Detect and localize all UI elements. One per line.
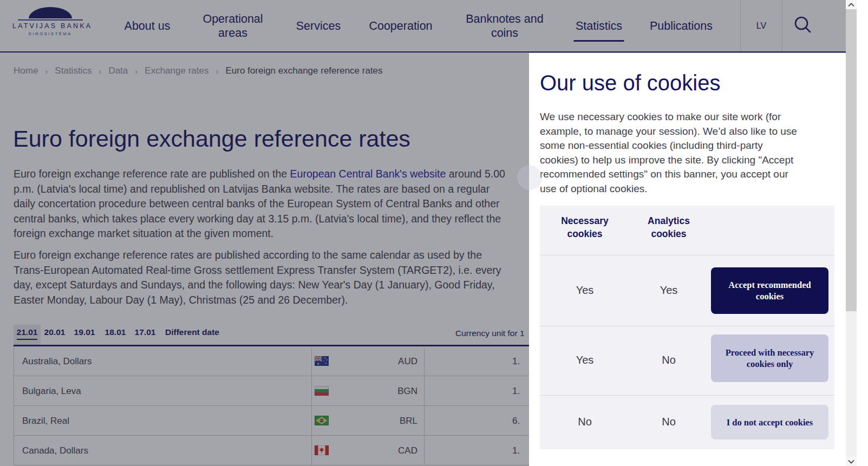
analytics-cookies-value: Yes <box>660 284 678 297</box>
analytics-cookies-value: No <box>662 416 676 428</box>
panel-separator <box>540 255 834 255</box>
analytics-cookies-value: No <box>662 354 676 366</box>
browser-viewport: LATVIJAS BANKA EIROSISTĒMA About usOpera… <box>0 0 868 466</box>
panel-separator <box>540 395 834 396</box>
scroll-up-button[interactable] <box>846 0 857 9</box>
scrollbar-thumb[interactable] <box>846 9 857 311</box>
necessary-cookies-header: Necessary cookies <box>550 214 620 240</box>
analytics-cookies-header: Analytics cookies <box>634 214 704 240</box>
accept-recommended-cookies-button[interactable]: Accept recommended cookies <box>711 267 828 314</box>
vertical-scrollbar[interactable] <box>846 0 857 466</box>
panel-separator <box>540 326 834 326</box>
necessary-cookies-value: Yes <box>576 284 594 297</box>
scroll-down-button[interactable] <box>846 457 857 466</box>
cookie-dialog-text: We use necessary cookies to make our sit… <box>540 110 801 196</box>
scroll-up-icon <box>848 3 854 7</box>
cookie-consent-dialog: Our use of cookies We use necessary cook… <box>529 53 846 466</box>
window-right-margin <box>857 0 868 466</box>
scroll-down-icon <box>848 460 854 464</box>
cookie-dialog-title: Our use of cookies <box>540 71 721 95</box>
proceed-with-necessary-cookies-only-button[interactable]: Proceed with necessary cookies only <box>711 334 828 382</box>
decorative-circle <box>517 165 542 190</box>
i-do-not-accept-cookies-button[interactable]: I do not accept cookies <box>711 405 828 439</box>
cookie-options-panel: Necessary cookies Analytics cookies YesY… <box>540 206 834 449</box>
necessary-cookies-value: Yes <box>576 354 594 366</box>
necessary-cookies-value: No <box>578 416 592 428</box>
